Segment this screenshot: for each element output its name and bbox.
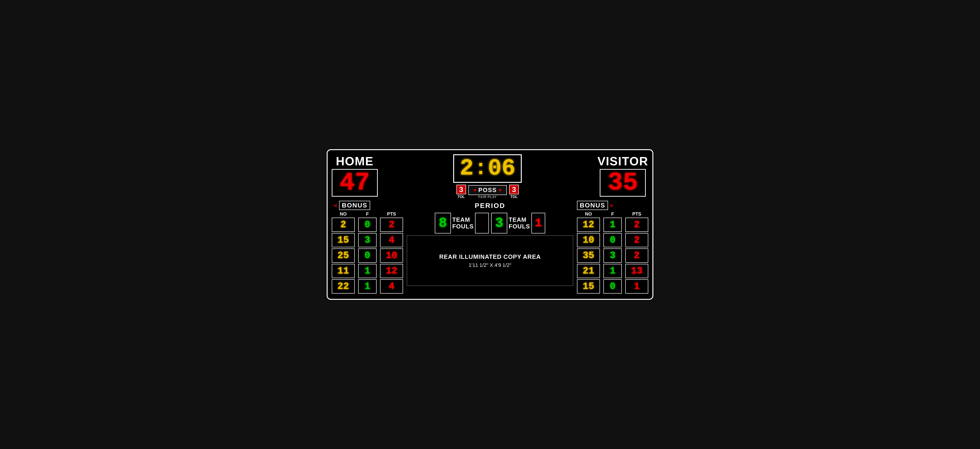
home-bonus-arrow-left: ◄: [332, 202, 338, 209]
visitor-team-fouls-result-box: 1: [531, 213, 545, 233]
tol-right-box: 3 TOL: [509, 185, 519, 199]
visitor-row3-f: 3: [603, 248, 622, 263]
tol-left-num: 3: [457, 185, 466, 194]
poss-arrow-right: ►: [498, 187, 503, 193]
visitor-bonus-label: BONUS: [577, 201, 608, 210]
visitor-row5-pts: 1: [625, 279, 648, 294]
home-row1-pts: 2: [380, 217, 403, 232]
visitor-team-fouls-num: 3: [495, 215, 503, 231]
rear-illuminated-box: REAR ILLUMINATED COPY AREA 1'11 1/2" X 4…: [407, 235, 573, 286]
home-score: 47: [340, 170, 370, 195]
home-foul-panel: ◄ BONUS NO F PTS 2 0 2 15 3 4 25: [332, 201, 403, 295]
home-row4-pts: 12: [380, 264, 403, 278]
tol-left-box: 3 TOL: [457, 185, 466, 199]
visitor-score-box: 35: [600, 169, 646, 197]
visitor-header-pts: PTS: [625, 211, 648, 217]
home-team-fouls-num-box: 8: [435, 213, 451, 233]
visitor-row1-pts: 2: [625, 217, 648, 232]
visitor-title: VISITOR: [597, 154, 648, 168]
visitor-bonus-row: BONUS ►: [577, 201, 648, 210]
home-header-pts: PTS: [380, 211, 403, 217]
home-foul-row-1: 2 0 2: [332, 217, 403, 232]
visitor-foul-row-2: 10 0 2: [577, 233, 648, 247]
home-foul-row-4: 11 1 12: [332, 264, 403, 278]
rear-text-sub: 1'11 1/2" X 4'9 1/2": [469, 262, 511, 268]
home-row1-no: 2: [332, 217, 355, 232]
home-row5-no: 22: [332, 279, 355, 294]
center-top: 2 : 06 3 TOL ◄ POSS ► FAIR·PLAY: [382, 154, 593, 199]
top-row: HOME 47 2 : 06 3 TOL ◄: [332, 154, 648, 199]
home-title: HOME: [336, 154, 374, 168]
home-foul-row-5: 22 1 4: [332, 279, 403, 294]
home-header-f: F: [358, 211, 377, 217]
home-section: HOME 47: [332, 154, 378, 197]
visitor-row5-f: 0: [603, 279, 622, 294]
clock-box: 2 : 06: [453, 154, 522, 183]
poss-arrow-left: ◄: [472, 187, 477, 193]
home-row2-f: 3: [358, 233, 377, 247]
clock-seconds: 06: [488, 157, 515, 180]
home-row1-f: 0: [358, 217, 377, 232]
poss-box: ◄ POSS ►: [468, 185, 507, 195]
center-panel: PERIOD 8 TEAM FOULS: [407, 201, 573, 286]
home-score-box: 47: [332, 169, 378, 197]
visitor-foul-row-5: 15 0 1: [577, 279, 648, 294]
home-team-fouls-num: 8: [439, 215, 447, 231]
home-row3-f: 0: [358, 248, 377, 263]
visitor-row3-pts: 2: [625, 248, 648, 263]
clock-display: 2 : 06: [460, 157, 515, 180]
visitor-bonus-arrow-right: ►: [609, 202, 616, 209]
visitor-row4-pts: 13: [625, 264, 648, 278]
tol-poss-row: 3 TOL ◄ POSS ► FAIR·PLAY 3 TOL: [382, 185, 593, 199]
tol-right-num: 3: [509, 185, 519, 194]
visitor-header-no: NO: [577, 211, 600, 217]
middle-row: ◄ BONUS NO F PTS 2 0 2 15 3 4 25: [332, 201, 648, 295]
visitor-team-fouls-result: 1: [535, 216, 542, 230]
visitor-row1-f: 1: [603, 217, 622, 232]
home-row2-no: 15: [332, 233, 355, 247]
team-fouls-row: 8 TEAM FOULS 3 TEAM: [407, 213, 573, 233]
visitor-team-fouls-label: TEAM FOULS: [509, 216, 530, 230]
visitor-foul-row-3: 35 3 2: [577, 248, 648, 263]
visitor-team-fouls-num-box: 3: [491, 213, 507, 233]
home-row5-pts: 4: [380, 279, 403, 294]
visitor-row2-f: 0: [603, 233, 622, 247]
visitor-row2-no: 10: [577, 233, 600, 247]
visitor-row4-f: 1: [603, 264, 622, 278]
home-row5-f: 1: [358, 279, 377, 294]
scoreboard: HOME 47 2 : 06 3 TOL ◄: [327, 149, 653, 300]
home-foul-headers: NO F PTS: [332, 211, 403, 217]
home-row3-pts: 10: [380, 248, 403, 263]
home-team-fouls-block: 8 TEAM FOULS: [435, 213, 489, 233]
home-row2-pts: 4: [380, 233, 403, 247]
visitor-foul-headers: NO F PTS: [577, 211, 648, 217]
home-header-no: NO: [332, 211, 355, 217]
visitor-row2-pts: 2: [625, 233, 648, 247]
home-row4-no: 11: [332, 264, 355, 278]
visitor-row5-no: 15: [577, 279, 600, 294]
fairplay-label: FAIR·PLAY: [478, 195, 497, 199]
visitor-header-f: F: [603, 211, 622, 217]
visitor-row4-no: 21: [577, 264, 600, 278]
home-team-fouls-result-box: [475, 213, 489, 233]
clock-colon: :: [474, 158, 487, 179]
visitor-row1-no: 12: [577, 217, 600, 232]
rear-text-main: REAR ILLUMINATED COPY AREA: [439, 253, 541, 260]
poss-label: POSS: [478, 187, 497, 193]
tol-left-label: TOL: [458, 195, 465, 199]
home-row4-f: 1: [358, 264, 377, 278]
home-foul-row-3: 25 0 10: [332, 248, 403, 263]
visitor-section: VISITOR 35: [597, 154, 648, 197]
home-bonus-row: ◄ BONUS: [332, 201, 403, 210]
home-foul-row-2: 15 3 4: [332, 233, 403, 247]
visitor-foul-row-1: 12 1 2: [577, 217, 648, 232]
visitor-foul-panel: BONUS ► NO F PTS 12 1 2 10 0 2 35: [577, 201, 648, 295]
clock-minutes: 2: [460, 157, 473, 180]
period-label: PERIOD: [407, 202, 573, 209]
visitor-row3-no: 35: [577, 248, 600, 263]
visitor-score: 35: [608, 170, 638, 195]
home-bonus-label: BONUS: [339, 201, 370, 210]
visitor-foul-row-4: 21 1 13: [577, 264, 648, 278]
visitor-team-fouls-block: 3 TEAM FOULS 1: [491, 213, 545, 233]
home-row3-no: 25: [332, 248, 355, 263]
